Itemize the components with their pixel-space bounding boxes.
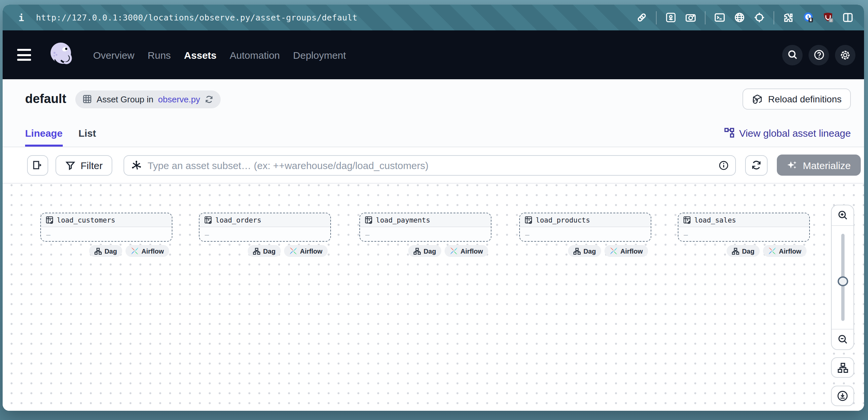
view-global-asset-lineage-link[interactable]: View global asset lineage: [724, 127, 851, 138]
dag-icon: [413, 247, 421, 255]
puzzle-extensions-icon[interactable]: [783, 12, 794, 23]
dag-icon: [732, 247, 739, 255]
asset-node-box[interactable]: load_payments –: [359, 213, 492, 242]
nav-item-overview[interactable]: Overview: [93, 49, 134, 60]
zoom-slider-thumb[interactable]: [837, 277, 848, 286]
dag-tag-label: Dag: [104, 247, 117, 255]
zoom-out-icon: [837, 334, 848, 345]
page-header: default Asset Group in observe.py Reload…: [3, 79, 864, 119]
dag-tag[interactable]: Dag: [248, 245, 281, 257]
lineage-canvas[interactable]: load_customers – Dag Airflow: [3, 184, 864, 411]
airflow-tag-label: Airflow: [779, 247, 801, 255]
dag-tag[interactable]: Dag: [408, 245, 441, 257]
hamburger-menu-icon[interactable]: [17, 49, 31, 61]
app-nav-bar: Overview Runs Assets Automation Deployme…: [3, 30, 864, 79]
toolbar-divider: [656, 11, 657, 24]
table-asset-icon: [525, 216, 532, 224]
screenshot-stage: i http://127.0.0.1:3000/locations/observ…: [0, 0, 868, 420]
dagster-logo[interactable]: [47, 40, 76, 69]
ublock-shield-icon[interactable]: 2: [823, 12, 834, 23]
tab-list[interactable]: List: [78, 119, 96, 147]
asset-node-load-products: load_products – Dag Airflow: [519, 213, 651, 257]
page-title: default: [25, 92, 66, 106]
asset-node-status: –: [46, 230, 51, 238]
dag-icon: [94, 247, 102, 255]
dag-tag[interactable]: Dag: [89, 245, 122, 257]
asset-subset-input[interactable]: [148, 160, 714, 171]
terminal-icon[interactable]: [714, 12, 725, 23]
target-icon[interactable]: [754, 12, 765, 23]
lineage-graph-icon: [724, 127, 735, 138]
asset-group-file-link[interactable]: observe.py: [158, 94, 200, 104]
asset-node-load-orders: load_orders – Dag Airflow: [199, 213, 331, 257]
dag-icon: [253, 247, 260, 255]
split-view-icon[interactable]: [842, 12, 854, 23]
asset-group-badge: Asset Group in observe.py: [75, 90, 221, 108]
link-icon[interactable]: [636, 12, 647, 23]
asset-node-title: load_payments: [376, 216, 430, 224]
download-icon: [837, 390, 848, 401]
download-image-button[interactable]: [831, 386, 854, 406]
airflow-tag[interactable]: Airflow: [604, 245, 648, 257]
table-asset-icon: [204, 216, 212, 224]
airflow-tag[interactable]: Airflow: [125, 245, 169, 257]
search-icon: [787, 50, 798, 60]
asset-node-box[interactable]: load_sales –: [678, 213, 810, 242]
globe-icon[interactable]: [734, 12, 745, 23]
wallpaper-icon[interactable]: [665, 12, 676, 23]
asset-node-box[interactable]: load_customers –: [40, 213, 173, 242]
browser-url-bar: i http://127.0.0.1:3000/locations/observ…: [3, 5, 864, 30]
airflow-logo-icon: [768, 247, 776, 255]
reload-definitions-label: Reload definitions: [768, 94, 842, 104]
help-icon: [813, 50, 824, 60]
refresh-graph-button[interactable]: [745, 155, 768, 175]
url-text[interactable]: http://127.0.0.1:3000/locations/observe.…: [36, 12, 358, 23]
zoom-out-button[interactable]: [832, 329, 854, 349]
zoom-control-group: [831, 205, 854, 350]
zoom-slider[interactable]: [832, 225, 854, 329]
asset-node-box[interactable]: load_orders –: [199, 213, 331, 242]
asset-node-load-customers: load_customers – Dag Airflow: [40, 213, 173, 257]
browser-window: i http://127.0.0.1:3000/locations/observ…: [3, 5, 864, 411]
nav-item-deployment[interactable]: Deployment: [293, 49, 346, 60]
dag-tag[interactable]: Dag: [726, 245, 760, 257]
asset-node-title: load_customers: [57, 216, 115, 224]
asset-node-status: –: [525, 230, 529, 238]
svg-text:2: 2: [830, 19, 832, 22]
asset-group-badge-text: Asset Group in: [97, 94, 154, 104]
table-asset-icon: [683, 216, 691, 224]
airflow-tag[interactable]: Airflow: [284, 245, 328, 257]
zoom-in-button[interactable]: [832, 205, 854, 225]
materialize-button[interactable]: Materialize: [777, 155, 861, 176]
asset-node-load-sales: load_sales – Dag Airflow: [678, 213, 810, 257]
airflow-tag[interactable]: Airflow: [444, 245, 488, 257]
nav-item-runs[interactable]: Runs: [148, 49, 171, 60]
info-icon: i: [19, 12, 24, 23]
tab-lineage[interactable]: Lineage: [25, 119, 62, 147]
help-button[interactable]: [809, 44, 829, 65]
sync-icon[interactable]: [205, 95, 213, 103]
nav-item-assets[interactable]: Assets: [184, 49, 216, 60]
info-circle-icon[interactable]: [719, 160, 729, 170]
search-button[interactable]: [782, 44, 803, 65]
nav-item-automation[interactable]: Automation: [230, 49, 280, 60]
table-asset-icon: [365, 216, 373, 224]
asset-node-status: –: [684, 230, 688, 238]
onepassword-icon[interactable]: [803, 12, 814, 23]
airflow-tag-label: Airflow: [300, 247, 322, 255]
asset-node-box[interactable]: load_products –: [519, 213, 651, 242]
filter-label: Filter: [81, 160, 103, 171]
settings-button[interactable]: [835, 44, 856, 65]
airflow-tag[interactable]: Airflow: [763, 245, 807, 257]
filter-button[interactable]: Filter: [56, 155, 113, 175]
relayout-graph-button[interactable]: [831, 357, 854, 378]
open-left-panel-button[interactable]: [27, 155, 48, 175]
dag-tag[interactable]: Dag: [568, 245, 601, 257]
asset-group-icon: [83, 94, 92, 104]
camera-icon[interactable]: [685, 12, 696, 23]
lineage-toolbar: Filter Materialize: [3, 147, 864, 184]
reload-definitions-button[interactable]: Reload definitions: [742, 89, 851, 109]
toolbar-divider: [774, 11, 774, 24]
refresh-icon: [751, 160, 762, 170]
zoom-in-icon: [837, 210, 848, 221]
